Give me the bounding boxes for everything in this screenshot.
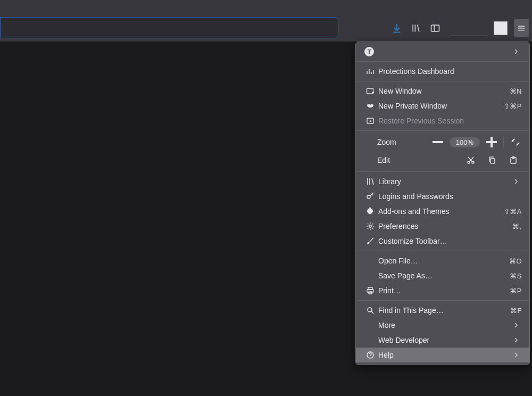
zoom-level[interactable]: 100%	[450, 137, 480, 147]
menu-item-label: Preferences	[377, 222, 512, 230]
svg-point-15	[370, 357, 370, 357]
library-icon[interactable]	[410, 22, 422, 35]
menu-shortcut: ⇧⌘A	[504, 208, 522, 216]
svg-rect-0	[431, 25, 439, 31]
svg-rect-5	[491, 159, 495, 163]
new-window[interactable]: New Window ⌘N	[356, 84, 529, 98]
help-menu[interactable]: Help	[356, 348, 529, 362]
downloads-icon[interactable]	[390, 22, 403, 35]
mask-icon	[363, 102, 377, 110]
save-page-as[interactable]: Save Page As… ⌘S	[356, 268, 529, 283]
protections-dashboard[interactable]: Protections Dashboard	[356, 64, 529, 79]
menu-separator	[356, 130, 529, 131]
fullscreen-button[interactable]	[507, 135, 524, 149]
app-menu-button[interactable]	[514, 19, 529, 37]
chevron-right-icon	[513, 321, 522, 329]
browser-toolbar	[0, 0, 532, 42]
puzzle-icon	[363, 207, 377, 216]
addons-themes[interactable]: Add-ons and Themes ⇧⌘A	[356, 204, 529, 219]
new-private-window[interactable]: New Private Window ⇧⌘P	[356, 98, 529, 113]
menu-shortcut: ⌘N	[510, 87, 522, 95]
zoom-separator	[503, 137, 504, 147]
svg-point-8	[367, 195, 370, 199]
open-file[interactable]: Open File… ⌘O	[356, 253, 529, 268]
customize-toolbar[interactable]: Customize Toolbar…	[356, 234, 529, 249]
menu-shortcut: ⌘S	[510, 272, 522, 280]
menu-item-label: Restore Previous Session	[377, 117, 522, 125]
menu-separator	[356, 300, 529, 301]
account-badge: T	[364, 47, 374, 56]
svg-point-13	[368, 308, 372, 312]
restore-session: Restore Previous Session	[356, 113, 529, 128]
paste-button[interactable]	[503, 153, 524, 167]
help-icon	[363, 351, 377, 359]
menu-item-label: Web Developer	[377, 336, 513, 344]
account-avatar[interactable]	[494, 21, 508, 35]
menu-item-label: Library	[377, 177, 513, 186]
menu-item-label: Open File…	[377, 257, 509, 265]
menu-shortcut: ⌘P	[510, 287, 522, 295]
menu-item-label: New Window	[377, 87, 510, 95]
menu-item-label: More	[377, 321, 513, 329]
toolbar-right	[390, 19, 532, 37]
menu-separator	[356, 81, 529, 81]
edit-controls: Edit	[356, 151, 529, 169]
account-row[interactable]: T	[356, 44, 529, 59]
menu-item-label: New Private Window	[377, 102, 504, 110]
menu-item-label: Help	[377, 351, 513, 359]
zoom-in-button[interactable]	[483, 135, 500, 149]
sidebar-icon[interactable]	[429, 22, 442, 35]
chevron-right-icon	[513, 177, 522, 186]
copy-button[interactable]	[481, 153, 503, 167]
print[interactable]: Print… ⌘P	[356, 283, 529, 298]
preferences[interactable]: Preferences ⌘,	[356, 219, 529, 234]
paintbrush-icon	[363, 237, 377, 245]
menu-shortcut: ⌘O	[509, 257, 522, 265]
svg-rect-12	[369, 292, 372, 294]
chevron-right-icon	[513, 336, 522, 344]
search-bar[interactable]	[450, 20, 487, 36]
svg-point-4	[472, 161, 474, 163]
chevron-right-icon	[513, 47, 522, 56]
menu-item-label: Find in This Page…	[377, 306, 510, 315]
web-developer-menu[interactable]: Web Developer	[356, 333, 529, 348]
chevron-right-icon	[513, 351, 522, 359]
edit-label: Edit	[377, 156, 390, 164]
menu-item-label: Customize Toolbar…	[377, 237, 522, 245]
menu-item-label: Protections Dashboard	[377, 67, 522, 76]
menu-item-label: Logins and Passwords	[377, 192, 522, 201]
menu-separator	[356, 61, 529, 62]
zoom-controls: Zoom 100%	[356, 133, 529, 151]
print-icon	[363, 286, 377, 295]
menu-item-label: Add-ons and Themes	[377, 207, 504, 216]
dashboard-icon	[363, 67, 377, 76]
find-in-page[interactable]: Find in This Page… ⌘F	[356, 303, 529, 318]
more-menu[interactable]: More	[356, 318, 529, 333]
menu-shortcut: ⌘F	[510, 307, 522, 315]
zoom-out-button[interactable]	[429, 135, 446, 149]
svg-point-3	[468, 161, 470, 163]
url-bar[interactable]	[0, 17, 338, 38]
key-icon	[363, 192, 377, 201]
svg-point-9	[369, 225, 371, 227]
menu-separator	[356, 251, 529, 251]
menu-item-label: Save Page As…	[377, 271, 510, 280]
browser-window: T Protections Dashboard New Window ⌘N Ne…	[0, 0, 532, 396]
menu-shortcut: ⌘,	[512, 222, 522, 230]
cut-button[interactable]	[460, 153, 481, 167]
menu-separator	[356, 171, 529, 172]
window-plus-icon	[363, 87, 377, 95]
library-menu[interactable]: Library	[356, 174, 529, 189]
menu-item-label: Print…	[377, 286, 510, 295]
search-icon	[363, 306, 377, 315]
logins-passwords[interactable]: Logins and Passwords	[356, 189, 529, 204]
zoom-label: Zoom	[377, 138, 396, 146]
restore-icon	[363, 117, 377, 125]
app-menu-popup: T Protections Dashboard New Window ⌘N Ne…	[355, 42, 530, 365]
library-icon	[363, 177, 377, 186]
menu-shortcut: ⇧⌘P	[504, 102, 522, 110]
gear-icon	[363, 222, 377, 230]
